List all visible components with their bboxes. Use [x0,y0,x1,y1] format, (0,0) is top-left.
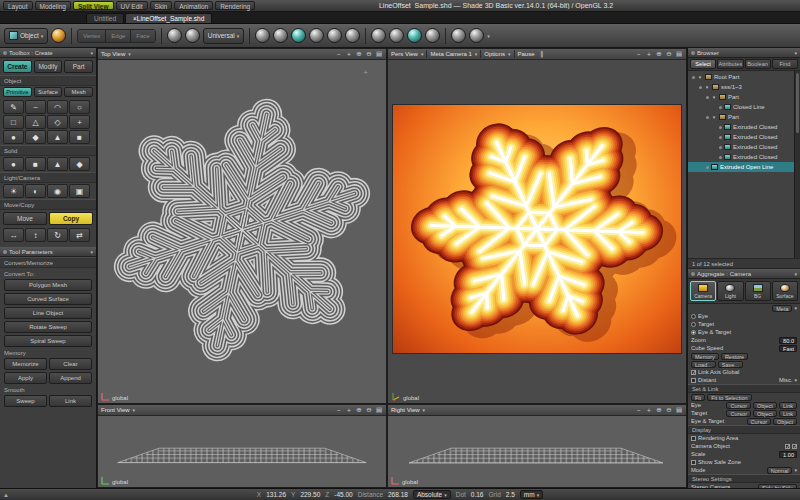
rotate-icon[interactable]: ↻ [47,228,68,242]
zoom-out-icon[interactable]: ⊖ [665,50,673,58]
misc-label[interactable]: Misc. [779,377,793,383]
browser-tab-attributes[interactable]: Attributes [717,59,743,69]
camera-select-label[interactable]: Meta Camera 1 [430,51,471,57]
chevron-down-icon[interactable] [133,407,136,413]
eye-link-button[interactable]: Link [779,402,797,409]
sun-light-icon[interactable]: ☀ [3,184,24,198]
eye-radio[interactable] [691,314,696,319]
collapse-icon[interactable]: − [635,407,643,414]
clear-button[interactable]: Clear [49,358,92,370]
toolbox-header[interactable]: Toolbox : Create [0,48,96,58]
chevron-down-icon[interactable] [475,51,478,57]
zoom-in-icon[interactable]: ⊕ [355,50,363,58]
arc-tool-icon[interactable]: ◠ [47,100,68,114]
stretch-icon[interactable]: ↕ [25,228,46,242]
browser-tab-find[interactable]: Find [772,59,798,69]
browser-tab-boolean[interactable]: Boolean [745,59,771,69]
tree-row[interactable]: Extruded Closed [688,142,800,152]
visibility-dot-icon[interactable] [706,116,709,119]
collapse-icon[interactable]: − [335,51,343,58]
pers-view-canvas[interactable]: global [388,60,686,403]
chevron-down-icon[interactable] [487,33,490,39]
target-cursor-button[interactable]: Cursor [726,410,751,417]
tree-expand-icon[interactable]: ▾ [711,114,717,120]
link-axis-checkbox[interactable] [691,370,696,375]
mode-dropdown[interactable]: Normal [767,467,793,474]
toolbar-orb-icon[interactable] [371,28,386,43]
tab-camera[interactable]: Camera [690,281,716,301]
visibility-dot-icon[interactable] [719,126,722,129]
camera-object-row[interactable]: Camera Object [688,442,800,450]
move-button[interactable]: Move [3,212,47,225]
curve-tool-icon[interactable]: ~ [25,100,46,114]
copy-button[interactable]: Copy [49,212,93,225]
zoom-value-field[interactable]: 80.0 [779,337,797,344]
solid-cube-icon[interactable]: ■ [25,157,46,171]
primitive-button[interactable]: Primitive [3,87,32,97]
toolbar-orb-icon[interactable] [407,28,422,43]
convert-rotate-sweep-button[interactable]: Rotate Sweep [4,321,92,333]
coordinate-mode-dropdown[interactable]: Absolute [413,490,451,499]
chevron-down-icon[interactable] [508,51,511,57]
zoom-in-icon[interactable]: ⊕ [655,406,663,414]
mirror-icon[interactable]: ⇄ [69,228,90,242]
pers-view-label[interactable]: Pers View [391,51,418,57]
toolbar-orb-icon[interactable] [255,28,270,43]
doc-tab-lineoffset-sample[interactable]: ×LineOffset_Sample.shd [125,13,212,23]
top-viewport[interactable]: Top View − + ⊕ ⊖ ▤ + + [97,48,387,404]
viewport-menu-icon[interactable]: ▤ [375,50,383,58]
front-viewport[interactable]: Front View − + ⊕ ⊖ ▤ [97,404,387,488]
visibility-dot-icon[interactable] [719,146,722,149]
pan-icon[interactable]: + [345,51,353,58]
restore-button[interactable]: Restore [721,353,748,360]
viewport-menu-icon[interactable]: ▤ [675,406,683,414]
unit-dropdown[interactable]: mm [520,490,543,499]
sweep-button[interactable]: Sweep [4,395,47,407]
rendering-area-row[interactable]: Rendering Area [688,434,800,442]
camera-tool-icon[interactable]: ▣ [69,184,90,198]
front-view-canvas[interactable]: global [98,416,386,487]
diamond-tool-icon[interactable]: ◆ [25,130,46,144]
visibility-dot-icon[interactable] [699,86,702,89]
chevron-down-icon[interactable] [421,51,424,57]
toolbox-tab-create[interactable]: Create [3,60,32,73]
convert-curved-surface-button[interactable]: Curved Surface [4,293,92,305]
top-view-label[interactable]: Top View [101,51,125,57]
memorize-button[interactable]: Memorize [4,358,47,370]
circle-tool-icon[interactable]: ○ [69,100,90,114]
pan-icon[interactable]: + [645,407,653,414]
collapse-icon[interactable]: − [635,51,643,58]
pause-icon[interactable]: ∥ [538,50,546,58]
visibility-dot-icon[interactable] [719,136,722,139]
cube-speed-field[interactable]: Fast [779,345,797,352]
target-radio-row[interactable]: Target [688,320,800,328]
browser-header[interactable]: Browser [688,48,800,58]
eye-target-cursor-button[interactable]: Cursor [747,418,772,425]
target-link-button[interactable]: Link [779,410,797,417]
camera-orb-icon[interactable] [51,28,66,43]
manipulator-dropdown[interactable]: Universal [203,28,245,44]
zoom-out-icon[interactable]: ⊖ [665,406,673,414]
camera-object-checkbox[interactable] [792,444,797,449]
toolbox-tab-modify[interactable]: Modify [34,60,63,73]
visibility-dot-icon[interactable] [719,106,722,109]
cube-tool-icon[interactable]: ■ [69,130,90,144]
tree-row[interactable]: Extruded Open Line [688,162,800,172]
workspace-tab-split-view[interactable]: Split View [73,1,114,10]
toolbar-orb-icon[interactable] [309,28,324,43]
load-button[interactable]: Load... [691,361,716,368]
visibility-dot-icon[interactable] [719,156,722,159]
tree-expand-icon[interactable]: ▾ [704,84,710,90]
eye-target-radio-row[interactable]: Eye & Target [688,328,800,336]
cone-tool-icon[interactable]: ▲ [47,130,68,144]
tree-row[interactable]: ▾ Part [688,92,800,102]
workspace-tab-skin[interactable]: Skin [150,1,173,10]
toolbar-orb-icon[interactable] [469,28,484,43]
visibility-dot-icon[interactable] [706,166,709,169]
vertex-mode-button[interactable]: Vertex [78,30,106,42]
link-axis-row[interactable]: Link Axis Global [688,368,800,376]
sphere-tool-icon[interactable]: ● [3,130,24,144]
right-view-label[interactable]: Right View [391,407,420,413]
tree-row[interactable]: ▾ Root Part [688,72,800,82]
tool-parameters-header[interactable]: Tool Parameters [0,247,96,257]
